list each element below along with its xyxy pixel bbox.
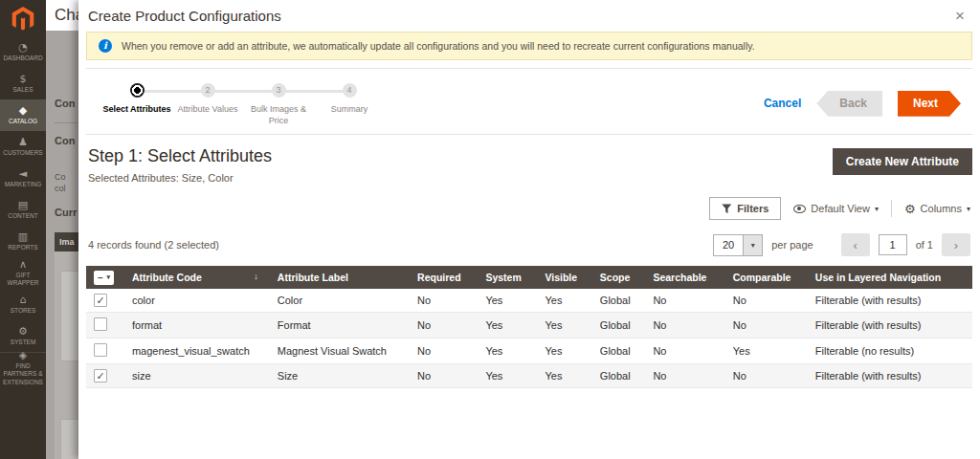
stores-icon: ⌂ [20,295,27,305]
info-icon: i [99,39,112,53]
sidebar-item-reports[interactable]: ▥REPORTS [0,226,46,257]
background-section-label: Con [55,98,75,109]
background-grid-header-label: Ima [59,237,75,247]
sidebar-item-label: MARKETING [5,181,42,188]
checkbox-checked-icon[interactable]: ✓ [94,294,107,307]
wizard-steps: Select Attributes2Attribute Values3Bulk … [86,78,385,126]
cell: size [122,364,268,388]
info-banner: i When you remove or add an attribute, w… [86,32,972,60]
wizard-step-summary[interactable]: 4Summary [314,78,385,126]
find-partners-icon: ◈ [19,350,27,361]
cell: No [724,289,806,313]
app-root: ◔DASHBOARD$SALES◆CATALOG♟CUSTOMERS◄MARKE… [0,0,980,459]
close-icon[interactable]: × [955,8,965,24]
column-header-use-in-layered-navigation[interactable]: Use in Layered Navigation [806,266,972,289]
sidebar-item-customers[interactable]: ♟CUSTOMERS [0,131,46,163]
filters-label: Filters [737,203,768,214]
wizard-step-bulk-images-price[interactable]: 3Bulk Images & Price [243,78,314,126]
sidebar-item-label: GIFT WRAPPER [1,272,45,287]
cell: No [643,289,723,313]
reports-icon: ▥ [18,231,28,242]
sidebar-item-content[interactable]: ▤CONTENT [0,194,46,226]
column-header-searchable[interactable]: Searchable [643,266,723,289]
row-checkbox-cell: ✓ [86,289,122,313]
wizard-actions: Cancel Back Next [764,80,961,126]
background-section-label: Curr [55,207,77,218]
marketing-icon: ◄ [19,168,27,179]
checkbox-checked-icon[interactable]: ✓ [94,369,107,382]
magento-logo-shape [11,6,35,31]
row-checkbox-cell [86,339,122,364]
sidebar-item-label: REPORTS [8,244,37,251]
system-icon: ⚙ [18,326,28,337]
back-button[interactable]: Back [816,91,882,117]
cancel-button[interactable]: Cancel [764,97,801,110]
chevron-down-icon: ▾ [107,273,111,281]
filters-button[interactable]: Filters [709,197,781,220]
table-row-format[interactable]: formatFormatNoYesYesGlobalNoNoFilterable… [86,313,972,339]
sidebar-item-stores[interactable]: ⌂STORES [0,289,46,320]
step-dot [130,83,145,98]
cell: Yes [535,364,590,388]
wizard-step-select-attributes[interactable]: Select Attributes [101,78,172,126]
sidebar-item-marketing[interactable]: ◄MARKETING [0,163,46,194]
sidebar-item-label: DASHBOARD [3,55,42,62]
checkbox-unchecked-icon[interactable] [94,343,107,357]
grid-toolbar: Filters Default View ▾ ⚙ Columns ▾ [78,184,980,220]
cell: format [122,313,268,339]
sales-icon: $ [20,74,27,84]
background-page: Cha Con Con Co col Curr Ima [46,0,78,459]
next-page-button[interactable]: › [942,233,970,256]
row-checkbox-cell [86,313,122,339]
checkbox-unchecked-icon[interactable] [94,317,107,331]
cell: No [408,289,476,313]
sidebar-item-system[interactable]: ⚙SYSTEM [0,320,46,352]
customers-icon: ♟ [18,137,28,147]
cell: Yes [476,313,535,339]
column-header-comparable[interactable]: Comparable [724,266,806,289]
background-image-placeholder [60,419,78,459]
cell: No [643,339,723,364]
next-button[interactable]: Next [898,91,961,117]
background-page-header: Cha [46,0,78,31]
cell: Global [590,313,644,339]
select-all-checkbox[interactable]: – ▾ [94,271,114,285]
wizard-step-attribute-values[interactable]: 2Attribute Values [172,78,243,126]
column-header-required[interactable]: Required [408,266,476,289]
cell: Global [590,339,644,364]
sidebar-item-label: CATALOG [9,118,37,125]
create-product-configurations-modal: Create Product Configurations × i When y… [78,0,980,459]
modal-title: Create Product Configurations [88,8,281,24]
page-of-label: of 1 [916,239,933,251]
column-header-visible[interactable]: Visible [535,266,590,289]
indeterminate-dash-icon: – [98,272,103,284]
table-row-magenest-visual-swatch[interactable]: magenest_visual_swatchMagnest Visual Swa… [86,339,972,364]
background-grid-area [55,251,78,459]
default-view-dropdown[interactable]: Default View ▾ [793,203,879,214]
previous-page-button[interactable]: ‹ [841,233,870,256]
column-header-attribute-code[interactable]: Attribute Code↓ [122,266,268,289]
magento-logo-icon[interactable] [0,0,46,36]
columns-dropdown[interactable]: ⚙ Columns ▾ [904,202,970,216]
background-text: Co [55,172,66,182]
cell: Filterable (no results) [806,339,972,364]
step-label: Bulk Images & Price [243,104,314,126]
sidebar-item-sales[interactable]: $SALES [0,68,46,99]
sidebar-item-gift-wrapper[interactable]: ∧GIFT WRAPPER [0,257,46,289]
sidebar-item-label: FIND PARTNERS & EXTENSIONS [1,362,45,385]
cell: No [724,313,806,339]
sidebar-item-catalog[interactable]: ◆CATALOG [0,99,46,131]
per-page-value: 20 [714,235,743,255]
column-header-system[interactable]: System [476,266,535,289]
column-header-attribute-label[interactable]: Attribute Label [268,266,408,289]
page-number-input[interactable] [879,234,907,255]
sidebar-item-dashboard[interactable]: ◔DASHBOARD [0,36,46,68]
per-page-select[interactable]: 20 ▾ [713,234,763,256]
table-row-color[interactable]: ✓colorColorNoYesYesGlobalNoNoFilterable … [86,289,972,313]
cell: Format [268,313,408,339]
records-row: 4 records found (2 selected) 20 ▾ per pa… [78,220,980,256]
sidebar-item-find-partners-extensions[interactable]: ◈FIND PARTNERS & EXTENSIONS [0,352,46,383]
table-row-size[interactable]: ✓sizeSizeNoYesYesGlobalNoNoFilterable (w… [86,364,972,388]
create-new-attribute-button[interactable]: Create New Attribute [833,148,972,175]
column-header-scope[interactable]: Scope [590,266,644,289]
